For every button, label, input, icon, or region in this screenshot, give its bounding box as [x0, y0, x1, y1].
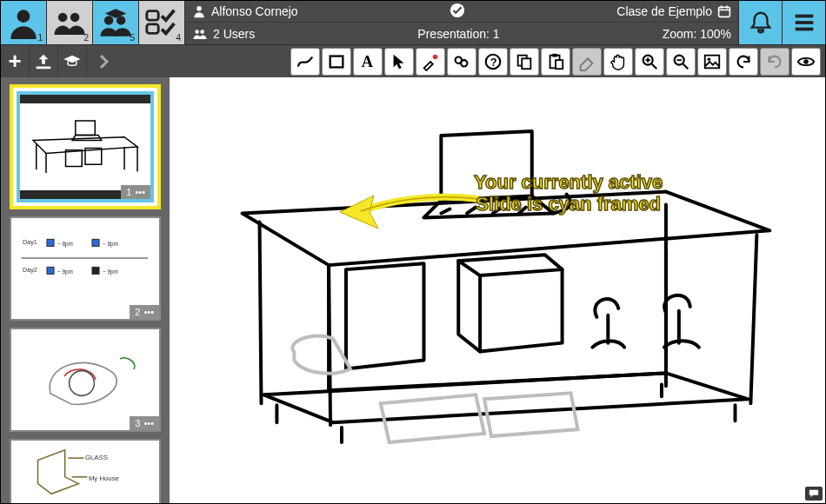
svg-point-3 [104, 16, 114, 25]
tool-undo[interactable] [729, 48, 758, 76]
svg-rect-18 [37, 66, 51, 69]
slide-thumb-1-wrap: 1••• [1, 77, 170, 209]
eye-icon [796, 52, 816, 71]
slide-4-sketch-house: GLASS My House [16, 443, 155, 503]
slide-thumb-2[interactable]: Day1 ~ 8pm ~ 8pm Day2 ~ 9pm ~ 9pm [10, 216, 161, 321]
svg-text:A: A [362, 53, 374, 70]
canvas-stage[interactable]: Your currently active Slide is cyan fram… [170, 77, 825, 503]
mode-tab-checklist-sub: 4 [176, 33, 181, 43]
slide-sidebar: 1••• Day1 ~ 8pm ~ 8pm [1, 77, 170, 503]
zoom-label: Zoom: 100% [663, 27, 731, 41]
slide-thumb-active-highlight: 1••• [10, 84, 161, 209]
tool-pointer[interactable] [384, 48, 414, 76]
tool-strip: A ? [290, 45, 825, 78]
tool-copy[interactable] [510, 48, 539, 76]
app-root: 1 2 5 [0, 0, 826, 504]
person-small-icon [192, 4, 206, 18]
svg-rect-47 [92, 239, 99, 246]
svg-rect-9 [719, 7, 730, 17]
svg-rect-45 [47, 239, 54, 246]
svg-point-23 [461, 60, 467, 66]
svg-point-13 [195, 30, 199, 34]
mode-tab-class[interactable]: 5 [93, 1, 139, 44]
tool-paste[interactable] [541, 48, 570, 76]
menu-button[interactable] [782, 1, 825, 44]
class-label: Clase de Ejemplo [616, 4, 712, 18]
svg-text:~ 9pm: ~ 9pm [103, 269, 118, 275]
callout-line2: Slide is cyan framed [474, 193, 663, 215]
ellipsis-icon[interactable]: ••• [135, 187, 145, 197]
svg-rect-38 [705, 56, 720, 69]
paste-icon [546, 52, 565, 71]
mode-tab-group[interactable]: 2 [47, 1, 93, 44]
callout-arrow [335, 189, 483, 235]
mode-tab-checklist[interactable]: 4 [139, 1, 185, 44]
copy-icon [515, 52, 534, 71]
svg-point-21 [433, 55, 438, 60]
svg-point-14 [200, 30, 204, 34]
svg-text:GLASS: GLASS [85, 454, 108, 461]
slide-thumb-3[interactable]: 3••• [10, 328, 161, 432]
tool-zoom-out[interactable] [666, 48, 696, 76]
svg-text:~ 8pm: ~ 8pm [103, 241, 118, 248]
text-icon: A [358, 52, 377, 71]
username-label: Alfonso Cornejo [211, 4, 298, 18]
speech-bubble-icon [808, 488, 820, 499]
link-icon [452, 52, 471, 71]
presentation-label: Presentation: 1 [417, 27, 499, 41]
tool-text[interactable]: A [353, 48, 383, 76]
svg-rect-6 [147, 24, 158, 34]
plus-icon: + [8, 48, 21, 75]
slide-thumb-4[interactable]: GLASS My House [10, 439, 161, 503]
svg-text:~ 9pm: ~ 9pm [57, 269, 73, 275]
tool-redo[interactable] [760, 48, 789, 76]
panel-collapse-button[interactable] [87, 45, 122, 78]
svg-text:~ 8pm: ~ 8pm [57, 241, 73, 248]
tool-visibility[interactable] [791, 48, 821, 76]
upload-button[interactable] [30, 45, 58, 78]
mode-tab-solo-sub: 1 [37, 33, 43, 43]
teacher-button[interactable] [58, 45, 87, 78]
notifications-button[interactable] [738, 1, 782, 44]
rectangle-icon [327, 52, 346, 71]
svg-line-36 [683, 64, 689, 70]
tool-eraser[interactable] [572, 48, 602, 76]
svg-line-32 [652, 64, 657, 70]
chat-button[interactable] [805, 487, 823, 501]
slide-thumbnails[interactable]: 1••• Day1 ~ 8pm ~ 8pm [1, 77, 170, 503]
tool-eyedropper[interactable] [416, 48, 445, 76]
svg-text:Day1: Day1 [23, 238, 37, 246]
image-icon [703, 52, 722, 71]
graduation-group-icon [97, 4, 134, 41]
upload-icon [34, 52, 53, 71]
mode-tab-solo[interactable]: 1 [1, 1, 47, 44]
tool-rectangle[interactable] [322, 48, 351, 76]
people-icon [51, 4, 88, 41]
tool-zoom-in[interactable] [635, 48, 664, 76]
top-bar: 1 2 5 [1, 1, 825, 44]
zoom-in-icon [640, 52, 659, 71]
tool-pan[interactable] [603, 48, 633, 76]
check-circle-icon[interactable] [450, 3, 465, 18]
bell-icon [748, 10, 774, 36]
callout-line1: Your currently active [474, 171, 663, 193]
toolbar: + A ? [1, 44, 825, 77]
svg-rect-53 [92, 267, 99, 274]
pointer-arrow-icon [390, 52, 409, 71]
svg-rect-5 [147, 11, 158, 21]
svg-point-39 [708, 57, 711, 61]
main-area: 1••• Day1 ~ 8pm ~ 8pm [1, 77, 825, 503]
tool-link[interactable] [447, 48, 476, 76]
tool-help[interactable]: ? [478, 48, 508, 76]
calendar-icon[interactable] [717, 4, 731, 18]
ellipsis-icon[interactable]: ••• [143, 307, 154, 317]
svg-point-0 [17, 10, 30, 23]
person-icon [5, 4, 42, 41]
svg-text:?: ? [490, 56, 497, 69]
add-slide-button[interactable]: + [1, 45, 30, 78]
tool-freehand[interactable] [290, 48, 320, 76]
slide-thumb-1[interactable]: 1••• [17, 91, 154, 202]
tool-image[interactable] [697, 48, 727, 76]
ellipsis-icon[interactable]: ••• [143, 418, 154, 428]
eyedropper-icon [421, 52, 440, 71]
